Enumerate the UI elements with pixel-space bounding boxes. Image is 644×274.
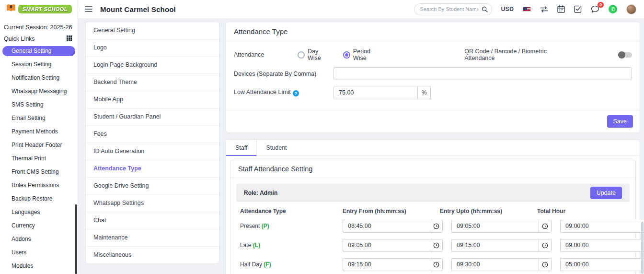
settings-menu-item[interactable]: Attendance Type [86, 160, 219, 178]
whatsapp-icon[interactable]: ✆ [609, 5, 617, 13]
period-wise-radio[interactable] [343, 51, 350, 59]
sidebar-item-label: Thermal Print [12, 155, 46, 162]
search-input[interactable] [414, 3, 492, 15]
attendance-mode-row: Attendance Day Wise Period Wise QR Code … [234, 48, 632, 61]
avatar[interactable] [626, 4, 636, 14]
clock-icon[interactable] [430, 220, 443, 233]
attendance-type-name: Late (L) [240, 242, 334, 249]
entry-from-input[interactable] [343, 258, 430, 271]
settings-menu-item[interactable]: General Setting [86, 22, 219, 39]
sidebar-item[interactable]: Thermal Print [0, 154, 78, 164]
low-attendance-input[interactable] [334, 86, 418, 99]
clock-icon[interactable] [539, 258, 552, 271]
settings-menu-item[interactable]: Chat [86, 212, 219, 229]
update-button[interactable]: Update [590, 187, 622, 199]
col-attendance-type: Attendance Type [240, 208, 334, 214]
grid-icon[interactable] [67, 36, 72, 42]
entry-upto-input[interactable] [451, 258, 539, 271]
sidebar-item[interactable]: Whatsapp Messaging [0, 86, 78, 96]
sidebar-item[interactable]: Print Header Footer [0, 140, 78, 150]
settings-menu-item[interactable]: Miscellaneous [86, 247, 219, 263]
settings-menu-item[interactable]: Maintenance [86, 229, 219, 247]
sidebar-item[interactable]: Email Setting [0, 113, 78, 123]
clock-icon[interactable] [539, 220, 552, 233]
tab-content: Staff Attendance Setting Role: Admin Upd… [226, 156, 640, 274]
total-hour-input[interactable] [560, 239, 644, 252]
sidebar-item[interactable]: Modules [0, 261, 78, 271]
swap-icon[interactable] [540, 6, 548, 12]
sidebar-item[interactable]: General Setting [2, 46, 75, 56]
currency-label[interactable]: USD [501, 6, 514, 12]
sidebar-item[interactable]: Users [0, 248, 78, 258]
settings-menu-item[interactable]: Mobile App [86, 91, 219, 108]
task-check-icon[interactable] [574, 5, 582, 13]
search-icon[interactable] [482, 6, 488, 14]
attendance-type-name: Present (P) [240, 223, 334, 229]
clock-icon[interactable] [430, 258, 443, 271]
devices-input[interactable] [334, 67, 632, 80]
sidebar-item-label: Currency [12, 222, 35, 229]
attendance-table: Attendance Type Entry From (hh:mm:ss) En… [236, 208, 630, 274]
sidebar-item[interactable]: Session Setting [0, 60, 78, 70]
sidebar-item[interactable]: SMS Setting [0, 100, 78, 110]
save-button[interactable]: Save [607, 115, 633, 128]
settings-menu-item-label: Maintenance [93, 234, 128, 241]
page-scrollbar[interactable] [641, 222, 644, 274]
day-wise-radio[interactable] [298, 51, 305, 59]
clock-icon[interactable] [430, 239, 443, 252]
settings-menu-item[interactable]: Login Page Background [86, 57, 219, 74]
table-header-row: Attendance Type Entry From (hh:mm:ss) En… [240, 208, 626, 214]
sidebar-scrollbar[interactable] [75, 204, 77, 274]
sidebar-item[interactable]: Currency [0, 221, 78, 231]
entry-upto-group [451, 258, 552, 271]
settings-menu-item-label: Mobile App [93, 96, 123, 103]
tab-staff[interactable]: Staff [226, 140, 257, 155]
chat-icon[interactable]: 0 [591, 5, 599, 13]
total-hour-input[interactable] [560, 220, 644, 233]
sidebar-item[interactable]: Roles Permissions [0, 180, 78, 191]
sidebar-item[interactable]: Payment Methods [0, 127, 78, 137]
settings-menu-item[interactable]: Fees [86, 126, 219, 143]
settings-menu-item-label: Fees [93, 131, 107, 137]
entry-upto-input[interactable] [451, 220, 539, 233]
total-hour-input[interactable] [560, 258, 644, 271]
hamburger-icon[interactable] [85, 6, 92, 12]
settings-menu-item-label: Miscellaneous [93, 251, 131, 258]
sidebar-item[interactable]: Backup Restore [0, 194, 78, 204]
settings-menu-item-label: Google Drive Setting [93, 182, 149, 189]
attendance-label: Attendance [234, 51, 298, 58]
entry-upto-input[interactable] [451, 239, 539, 252]
tab-student[interactable]: Student [257, 140, 296, 155]
entry-from-input[interactable] [343, 239, 430, 252]
sidebar-item-label: Front CMS Setting [12, 168, 59, 175]
settings-menu-item[interactable]: Google Drive Setting [86, 178, 219, 195]
settings-menu-item-label: Backend Theme [93, 79, 137, 85]
sidebar-item-label: Modules [12, 262, 33, 269]
day-wise-option[interactable]: Day Wise [298, 48, 333, 61]
settings-menu-item[interactable]: Student / Guardian Panel [86, 108, 219, 126]
qr-biometric-toggle[interactable] [618, 52, 632, 58]
sidebar-item[interactable]: Languages [0, 207, 78, 217]
brand-logo[interactable]: SMART SCHOOL [0, 0, 78, 18]
help-icon[interactable]: ? [293, 90, 299, 96]
language-flag-icon[interactable] [523, 7, 531, 12]
settings-menu-item[interactable]: ID Auto Generation [86, 143, 219, 160]
settings-menu-item[interactable]: Whatsapp Settings [86, 195, 219, 212]
settings-menu-item[interactable]: Logo [86, 39, 219, 57]
qr-biometric-label: QR Code / Barcode / Biometric Attendance [464, 48, 575, 61]
entry-from-input[interactable] [343, 220, 430, 233]
sidebar-item-label: Notification Setting [12, 74, 59, 81]
sidebar-item[interactable]: Addons [0, 234, 78, 244]
settings-menu-item-label: Student / Guardian Panel [93, 113, 161, 120]
entry-from-group [343, 239, 443, 252]
sidebar-item[interactable]: Front CMS Setting [0, 167, 78, 177]
staff-student-tabs-panel: Staff Student Staff Attendance Setting R… [226, 140, 640, 274]
calendar-icon[interactable] [557, 5, 565, 13]
period-wise-option[interactable]: Period Wise [343, 48, 384, 61]
settings-menu-item[interactable]: Backend Theme [86, 74, 219, 91]
sidebar-item[interactable]: Notification Setting [0, 73, 78, 83]
sidebar-item-label: Addons [12, 236, 31, 242]
percent-addon: % [418, 86, 431, 99]
clock-icon[interactable] [539, 239, 552, 252]
staff-attendance-setting-card: Staff Attendance Setting Role: Admin Upd… [230, 160, 636, 274]
